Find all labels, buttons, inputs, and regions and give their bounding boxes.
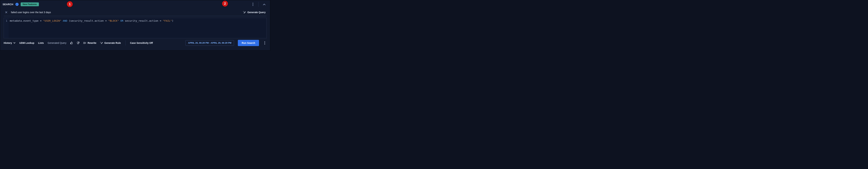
code-token-string: "FAIL" [163,19,172,22]
udm-lookup-button[interactable]: UDM Lookup [19,42,34,44]
code-token-string: "BLOCK" [108,19,119,22]
natural-language-row: Generate Query [4,8,267,16]
header-separator [258,2,259,7]
generate-query-button[interactable]: Generate Query [242,10,267,15]
close-icon [5,11,7,13]
code-token-string: "USER_LOGIN" [43,19,61,22]
clear-nl-query-button[interactable] [5,11,8,14]
code-token-rparen: ) [172,19,174,22]
code-token-lparen: ( [69,19,70,22]
lists-label: Lists [38,42,44,44]
editor-gutter: 1 [4,18,9,38]
rewrite-icon [83,42,86,44]
natural-language-input[interactable] [11,11,239,14]
lists-button[interactable]: Lists [38,42,44,44]
query-editor[interactable]: 1 metadata.event_type = "USER_LOGIN" AND… [4,18,267,38]
case-sensitivity-label: Case Sensitivity Off [130,42,153,44]
line-number: 1 [4,19,7,23]
chevron-up-icon [263,4,266,5]
chevron-down-icon [13,42,16,44]
kebab-icon [253,3,253,6]
code-token-or: OR [119,19,125,22]
history-button[interactable]: History [4,42,16,44]
run-search-label: Run Search [242,42,255,44]
generate-query-label: Generate Query [247,11,266,14]
udm-lookup-label: UDM Lookup [19,42,34,44]
rewrite-label: Rewrite [88,42,96,44]
generated-query-label: Generated Query [48,42,66,44]
code-token-field: metadata.event_type [10,19,38,22]
code-token-eq: = [38,19,43,22]
generate-rule-label: Generate Rule [104,42,121,44]
collapse-panel-button[interactable] [261,1,268,8]
case-sensitivity-toggle[interactable]: Case Sensitivity Off [130,42,153,44]
generated-query-indicator: Generated Query [48,42,66,44]
thumbs-down-icon [77,42,80,44]
search-panel: SEARCH i New Features [0,0,270,50]
code-token-eq: = [104,19,108,22]
svg-point-4 [265,43,265,43]
history-label: History [4,42,12,44]
rewrite-button[interactable]: Rewrite [83,42,96,44]
thumbs-down-button[interactable] [77,42,80,44]
sparkle-pencil-icon [243,11,246,14]
code-token-and: AND [61,19,69,22]
code-token-field: security_result.action [125,19,158,22]
thumbs-up-icon [70,42,73,44]
code-token-eq: = [158,19,163,22]
editor-content[interactable]: metadata.event_type = "USER_LOGIN" AND (… [9,18,175,38]
svg-point-2 [253,5,253,6]
search-action-bar: History UDM Lookup Lists Generated Query [0,38,270,48]
info-icon[interactable]: i [16,3,19,6]
code-token-field: security_result.action [70,19,104,22]
search-header: SEARCH i New Features [0,0,270,8]
new-features-badge[interactable]: New Features [21,2,39,6]
svg-point-1 [253,4,253,5]
kebab-icon [265,41,265,44]
thumbs-up-button[interactable] [70,42,73,44]
svg-point-5 [265,44,265,44]
run-search-button[interactable]: Run Search [238,40,259,46]
action-bar-overflow-menu[interactable] [263,41,267,44]
generate-rule-button[interactable]: Generate Rule [100,42,121,44]
sparkle-wand-icon [100,42,103,44]
time-range-picker[interactable]: APRIL 26, 06:29 PM - APRIL 29, 06:29 PM [185,40,234,46]
header-overflow-menu[interactable] [249,1,256,8]
svg-point-3 [265,41,265,42]
search-title: SEARCH [3,3,13,6]
svg-point-0 [253,3,253,3]
